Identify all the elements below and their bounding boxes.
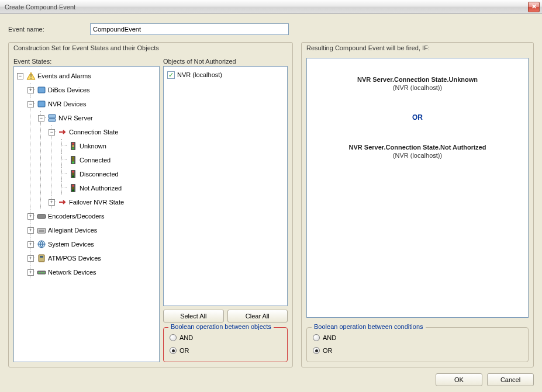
atm-icon [37,254,46,263]
tree-network[interactable]: +Network Devices [36,265,158,279]
object-item-nvr[interactable]: ✓ NVR (localhost) [165,69,286,81]
radio-unchecked-icon[interactable] [313,334,320,341]
cancel-button[interactable]: Cancel [487,373,534,386]
svg-rect-2 [38,87,45,93]
svg-point-32 [43,272,44,273]
clear-all-button[interactable]: Clear All [227,310,288,322]
result-area: NVR Server.Connection State.Unknown (NVR… [306,58,529,318]
svg-point-30 [39,272,40,273]
arrow-icon [58,197,67,207]
condition-2-title: NVR Server.Connection State.Not Authoriz… [349,144,486,151]
radio-checked-icon[interactable] [313,347,320,354]
svg-rect-5 [49,119,56,122]
event-states-column: Event States: − ! Events and Alarms [13,58,160,362]
tree-nvr-devices[interactable]: − NVR Devices [36,97,158,111]
expand-icon[interactable]: + [27,227,34,234]
globe-icon [37,240,46,249]
svg-point-16 [72,173,74,175]
objects-list[interactable]: ✓ NVR (localhost) [163,66,288,306]
tree-system[interactable]: +System Devices [36,237,158,251]
title-bar: Create Compound Event ✕ [0,0,542,14]
objects-label: Objects of Not Authorized [163,58,288,65]
tree-unknown[interactable]: Unknown [68,139,158,153]
bool-conditions-title: Boolean operation between conditions [312,323,426,330]
construction-panel: Construction Set for Event States and th… [8,42,293,367]
bool-objects-and[interactable]: AND [170,331,281,344]
expand-icon[interactable]: + [27,269,34,276]
server-icon [47,113,57,123]
collapse-icon[interactable]: − [27,101,34,107]
svg-point-21 [72,189,74,192]
bool-conditions-and[interactable]: AND [313,331,522,344]
radio-unchecked-icon[interactable] [170,334,177,341]
tree-atm[interactable]: +ATM/POS Devices [36,251,158,265]
tree-failover[interactable]: + Failover NVR State [57,195,158,209]
bool-objects-title: Boolean operation between objects [168,323,274,330]
bool-objects-fieldset: Boolean operation between objects AND OR [163,327,288,362]
svg-rect-22 [37,214,46,218]
expand-icon[interactable]: + [49,199,55,206]
server-icon [37,99,46,109]
condition-1-sub: (NVR (localhost)) [357,84,478,91]
svg-point-7 [72,143,74,145]
server-icon [37,85,46,95]
close-button[interactable]: ✕ [528,2,540,12]
radio-checked-icon[interactable] [170,347,177,354]
svg-point-11 [72,157,74,159]
result-panel-body: NVR Server.Connection State.Unknown (NVR… [302,54,533,367]
warning-icon: ! [26,71,36,81]
condition-2-sub: (NVR (localhost)) [349,152,486,159]
ok-button[interactable]: OK [436,373,482,386]
bool-conditions-fieldset: Boolean operation between conditions AND… [306,327,529,362]
collapse-icon[interactable]: − [17,73,23,79]
tree-connected[interactable]: Connected [68,153,158,167]
network-icon [37,268,46,277]
tree-events-alarms[interactable]: − ! Events and Alarms [26,69,158,83]
tree-dibos[interactable]: + DiBos Devices [36,83,158,97]
svg-point-17 [72,175,74,178]
keyboard-icon [37,226,46,235]
event-states-label: Event States: [13,58,160,65]
select-all-button[interactable]: Select All [163,310,224,322]
svg-rect-3 [38,101,45,107]
svg-rect-23 [37,228,46,233]
condition-2: NVR Server.Connection State.Not Authoriz… [349,144,486,159]
svg-point-13 [72,161,74,164]
tree-not-authorized[interactable]: Not Authorized [68,181,158,195]
event-name-input[interactable] [90,23,289,35]
svg-point-31 [41,272,42,273]
event-states-tree[interactable]: − ! Events and Alarms + [13,66,160,362]
checkbox-checked-icon[interactable]: ✓ [167,71,175,79]
collapse-icon[interactable]: − [49,129,55,136]
svg-rect-28 [40,256,43,258]
bool-conditions-or[interactable]: OR [313,344,522,357]
tree-connection-state[interactable]: − Connection State [57,125,158,139]
close-icon: ✕ [531,3,537,10]
svg-rect-4 [49,115,56,118]
bool-objects-or[interactable]: OR [170,344,281,357]
traffic-light-icon [68,183,78,193]
tree-allegiant[interactable]: +Allegiant Devices [36,223,158,237]
encoder-icon [37,211,46,221]
svg-point-19 [72,185,74,187]
tree-encoders[interactable]: +Encoders/Decoders [36,209,158,223]
expand-icon[interactable]: + [27,241,34,248]
expand-icon[interactable]: + [27,255,34,262]
svg-point-8 [72,145,74,147]
tree-nvr-server[interactable]: − NVR Server [47,111,158,125]
svg-text:!: ! [30,73,32,80]
svg-point-15 [72,171,74,173]
arrow-icon [58,127,67,137]
objects-column: Objects of Not Authorized ✓ NVR (localho… [163,58,288,362]
expand-icon[interactable]: + [27,213,34,220]
panels: Construction Set for Event States and th… [8,42,534,367]
dialog-body: Event name: Construction Set for Event S… [0,14,542,392]
tree-disconnected[interactable]: Disconnected [68,167,158,181]
result-panel: Resulting Compound Event will be fired, … [301,42,534,367]
condition-1: NVR Server.Connection State.Unknown (NVR… [357,76,478,91]
construction-panel-title: Construction Set for Event States and th… [9,43,292,54]
traffic-light-icon [68,169,78,179]
traffic-light-icon [68,155,78,165]
collapse-icon[interactable]: − [38,115,44,122]
expand-icon[interactable]: + [27,87,34,93]
